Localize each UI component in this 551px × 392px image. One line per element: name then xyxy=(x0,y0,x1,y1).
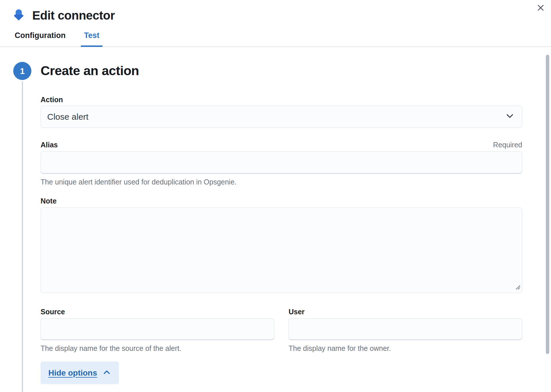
source-input[interactable] xyxy=(41,318,274,340)
action-select[interactable]: Close alert xyxy=(41,106,522,128)
user-label: User xyxy=(289,307,522,317)
step-title: Create an action xyxy=(41,62,522,80)
chevron-down-icon xyxy=(505,111,514,122)
step-connector-line xyxy=(22,81,23,392)
alias-help-text: The unique alert identifier used for ded… xyxy=(41,177,522,187)
user-input[interactable] xyxy=(289,318,522,340)
source-user-row: Source The display name for the source o… xyxy=(41,307,522,353)
resize-handle-icon[interactable] xyxy=(514,284,521,291)
tab-test[interactable]: Test xyxy=(81,30,103,46)
hide-options-label: Hide options xyxy=(48,368,97,378)
close-icon xyxy=(537,4,544,12)
alias-field-group: Alias Required The unique alert identifi… xyxy=(41,140,522,187)
note-textarea-wrap xyxy=(41,208,522,293)
step-number-badge: 1 xyxy=(13,62,31,80)
step-rail: 1 xyxy=(13,62,31,392)
action-field-group: Action Close alert xyxy=(41,95,522,128)
required-badge: Required xyxy=(493,141,522,149)
source-help-text: The display name for the source of the a… xyxy=(41,344,274,353)
alias-label: Alias xyxy=(41,140,58,150)
alias-label-row: Alias Required xyxy=(41,140,522,150)
edit-connector-flyout: Edit connector Configuration Test 1 Crea… xyxy=(0,0,551,392)
action-label: Action xyxy=(41,95,522,104)
tab-configuration[interactable]: Configuration xyxy=(12,30,69,46)
source-field-group: Source The display name for the source o… xyxy=(41,307,274,353)
action-selected-value: Close alert xyxy=(47,112,88,122)
chevron-up-icon xyxy=(102,368,111,378)
note-field-group: Note xyxy=(41,196,522,293)
close-button[interactable] xyxy=(534,2,547,14)
source-label: Source xyxy=(41,307,274,317)
user-field-group: User The display name for the owner. xyxy=(289,307,522,353)
vertical-scrollbar[interactable] xyxy=(546,55,549,354)
alias-input[interactable] xyxy=(41,151,522,174)
flyout-header: Edit connector xyxy=(0,0,551,22)
step-section: 1 Create an action Action Close alert xyxy=(13,62,551,392)
note-textarea[interactable] xyxy=(41,208,522,293)
opsgenie-icon xyxy=(12,9,25,22)
tab-bar: Configuration Test xyxy=(0,30,551,47)
note-label: Note xyxy=(41,196,522,206)
hide-options-button[interactable]: Hide options xyxy=(41,361,119,384)
step-content: Create an action Action Close alert Alia… xyxy=(41,62,551,392)
user-help-text: The display name for the owner. xyxy=(289,344,522,353)
page-title: Edit connector xyxy=(32,9,115,22)
